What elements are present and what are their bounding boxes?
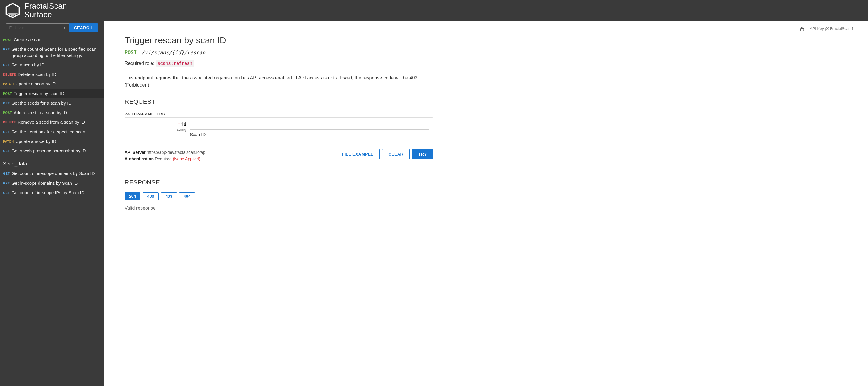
required-role: Required role: scans:refresh — [125, 61, 433, 66]
divider — [125, 170, 433, 170]
sidebar-item-label: Get a web presence screenshot by ID — [11, 148, 86, 154]
sidebar-item-label: Trigger rescan by scan ID — [13, 91, 64, 97]
method-tag: GET — [3, 130, 10, 134]
sidebar-item-label: Create a scan — [13, 37, 41, 43]
sidebar-item[interactable]: POSTTrigger rescan by scan ID — [0, 89, 104, 98]
method-tag: GET — [3, 181, 10, 186]
sidebar-item[interactable]: GETGet a web presence screenshot by ID — [0, 146, 104, 156]
auth-none-applied: (None Applied) — [173, 157, 200, 161]
method-tag: POST — [3, 92, 12, 96]
param-required-mark: * — [178, 122, 180, 127]
sidebar-item[interactable]: POSTCreate a scan — [0, 35, 104, 44]
param-name: id — [181, 122, 186, 127]
param-id-input[interactable] — [190, 121, 429, 130]
sidebar-item-label: Add a seed to a scan by ID — [13, 110, 67, 116]
method-tag: PATCH — [3, 139, 13, 144]
endpoint-line: POST /v1/scans/{id}/rescan — [125, 50, 433, 56]
try-button[interactable]: TRY — [412, 149, 433, 159]
method-tag: GET — [3, 47, 10, 52]
method-tag: POST — [3, 110, 12, 115]
method-tag: GET — [3, 101, 10, 105]
sidebar-item[interactable]: GETGet the count of Scans for a specifie… — [0, 44, 104, 60]
sidebar-item[interactable]: POSTAdd a seed to a scan by ID — [0, 108, 104, 118]
param-row: *id string Scan ID — [125, 118, 433, 141]
sidebar-item-label: Update a scan by ID — [16, 81, 56, 87]
method-tag: PATCH — [3, 82, 13, 86]
method-tag: POST — [3, 38, 12, 42]
api-key-input[interactable] — [807, 25, 856, 32]
sidebar-item[interactable]: GETGet in-scope domains by Scan ID — [0, 179, 104, 188]
auth-value: Required — [155, 157, 172, 161]
nav-section-title: Scan_data — [0, 156, 104, 169]
sidebar-item-label: Get a scan by ID — [11, 62, 45, 68]
param-description: Scan ID — [190, 132, 429, 137]
sidebar-item-label: Get the count of Scans for a specified s… — [11, 46, 101, 58]
method-tag: GET — [3, 149, 10, 153]
path-params-heading: PATH PARAMETERS — [125, 112, 433, 116]
sidebar-item[interactable]: GETGet count of in-scope domains by Scan… — [0, 169, 104, 178]
sidebar: ↵ SEARCH POSTCreate a scanGETGet the cou… — [0, 21, 104, 386]
sidebar-item[interactable]: DELETERemove a seed from a scan by ID — [0, 118, 104, 127]
sidebar-item[interactable]: DELETEDelete a scan by ID — [0, 70, 104, 79]
role-label: Required role: — [125, 61, 155, 66]
sidebar-item-label: Delete a scan by ID — [18, 71, 56, 77]
status-tab-404[interactable]: 404 — [179, 192, 195, 200]
main-panel: Trigger rescan by scan ID POST /v1/scans… — [104, 21, 868, 386]
request-meta-row: API Server https://app-dev.fractalscan.i… — [125, 149, 433, 162]
sidebar-item[interactable]: GETGet count of in-scope IPs by Scan ID — [0, 188, 104, 197]
fill-example-button[interactable]: FILL EXAMPLE — [336, 149, 380, 159]
api-server-label: API Server — [125, 150, 146, 155]
status-tab-403[interactable]: 403 — [161, 192, 177, 200]
lock-icon — [800, 26, 805, 31]
svg-rect-1 — [801, 28, 804, 31]
method-tag: DELETE — [3, 72, 16, 77]
page-title: Trigger rescan by scan ID — [125, 35, 433, 45]
brand-logo: FractalScan Surface — [4, 2, 67, 19]
role-value: scans:refresh — [156, 60, 194, 67]
method-tag: DELETE — [3, 120, 16, 125]
method-tag: GET — [3, 171, 10, 176]
auth-label: Authentication — [125, 157, 154, 161]
endpoint-description: This endpoint requires that the associat… — [125, 74, 433, 89]
method-tag: GET — [3, 63, 10, 67]
status-tab-400[interactable]: 400 — [143, 192, 158, 200]
api-server-value: https://app-dev.fractalscan.io/api — [147, 150, 207, 155]
sidebar-item-label: Update a node by ID — [16, 138, 56, 144]
clear-button[interactable]: CLEAR — [382, 149, 410, 159]
method-badge: POST — [125, 50, 137, 56]
param-type: string — [128, 127, 186, 132]
response-text: Valid response — [125, 205, 433, 211]
sidebar-search-row: ↵ SEARCH — [0, 21, 104, 35]
brand-line1: FractalScan — [24, 2, 67, 10]
status-tabs: 204400403404 — [125, 192, 433, 200]
sidebar-item-label: Get count of in-scope IPs by Scan ID — [11, 190, 85, 196]
endpoint-path: /v1/scans/{id}/rescan — [142, 50, 205, 56]
hexagon-icon — [4, 2, 21, 19]
sidebar-item-label: Get in-scope domains by Scan ID — [11, 180, 78, 186]
sidebar-item-label: Get the Iterations for a specified scan — [11, 129, 85, 135]
sidebar-item[interactable]: GETGet the seeds for a scan by ID — [0, 98, 104, 108]
top-bar — [116, 21, 856, 35]
app-header: FractalScan Surface — [0, 0, 868, 21]
sidebar-item[interactable]: GETGet a scan by ID — [0, 60, 104, 70]
sidebar-item[interactable]: PATCHUpdate a node by ID — [0, 137, 104, 146]
brand-line2: Surface — [24, 10, 67, 19]
sidebar-item-label: Get the seeds for a scan by ID — [11, 100, 72, 106]
sidebar-item[interactable]: PATCHUpdate a scan by ID — [0, 79, 104, 89]
method-tag: GET — [3, 191, 10, 195]
filter-input[interactable] — [6, 24, 71, 32]
sidebar-item[interactable]: GETGet the Iterations for a specified sc… — [0, 127, 104, 137]
nav-list: POSTCreate a scanGETGet the count of Sca… — [0, 35, 104, 386]
sidebar-item-label: Get count of in-scope domains by Scan ID — [11, 170, 95, 176]
search-button[interactable]: SEARCH — [69, 24, 98, 32]
sidebar-item-label: Remove a seed from a scan by ID — [18, 119, 85, 125]
response-heading: RESPONSE — [125, 179, 433, 186]
status-tab-204[interactable]: 204 — [125, 192, 140, 200]
request-heading: REQUEST — [125, 98, 433, 105]
